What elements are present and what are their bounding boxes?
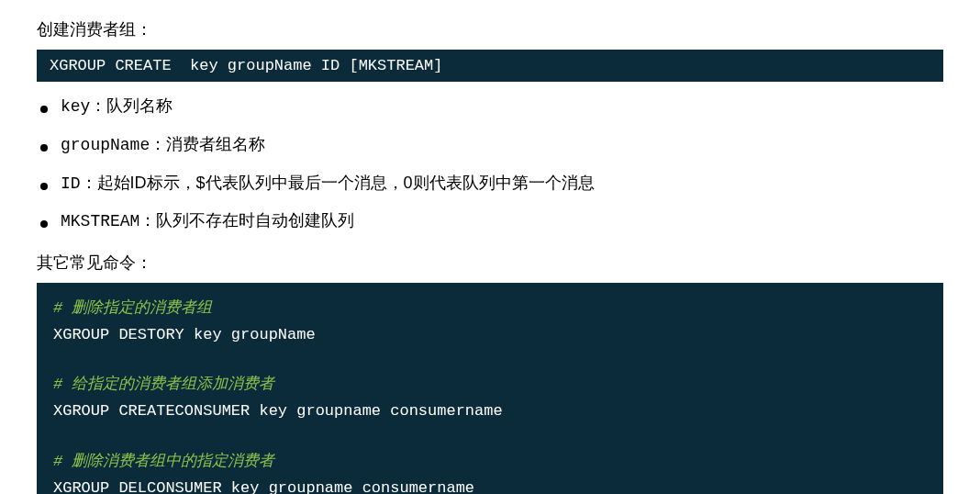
- heading-other-commands: 其它常见命令：: [37, 252, 943, 274]
- blank-line: [53, 425, 927, 449]
- code-line: XGROUP DESTORY key groupName: [53, 322, 927, 349]
- bullet-text: MKSTREAM：队列不存在时自动创建队列: [61, 208, 354, 235]
- bullet-item: MKSTREAM：队列不存在时自动创建队列: [37, 208, 943, 235]
- heading-create-group: 创建消费者组：: [37, 18, 943, 40]
- bullet-dot-icon: [40, 183, 48, 190]
- bullet-desc: 队列不存在时自动创建队列: [156, 211, 354, 230]
- bullet-text: key：队列名称: [61, 93, 173, 120]
- bullet-dot-icon: [40, 106, 48, 113]
- bullet-desc: 队列名称: [106, 96, 173, 115]
- blank-line: [53, 349, 927, 373]
- code-comment: # 删除指定的消费者组: [53, 296, 927, 322]
- bullet-label: MKSTREAM：: [61, 212, 156, 230]
- bullet-item: groupName：消费者组名称: [37, 131, 943, 159]
- bullet-dot-icon: [40, 220, 48, 228]
- bullet-label: groupName：: [61, 136, 166, 154]
- bullet-list: key：队列名称 groupName：消费者组名称 ID：起始ID标示，$代表队…: [37, 93, 943, 235]
- code-line: XGROUP CREATECONSUMER key groupname cons…: [53, 399, 927, 425]
- watermark: CSDN @studyForMokey: [788, 489, 929, 494]
- code-comment: # 给指定的消费者组添加消费者: [53, 372, 927, 399]
- bullet-desc: 消费者组名称: [166, 135, 265, 153]
- bullet-item: ID：起始ID标示，$代表队列中最后一个消息，0则代表队列中第一个消息: [37, 170, 943, 197]
- bullet-item: key：队列名称: [37, 93, 943, 120]
- bullet-dot-icon: [40, 144, 48, 152]
- bullet-text: ID：起始ID标示，$代表队列中最后一个消息，0则代表队列中第一个消息: [61, 170, 595, 197]
- code-block-create: XGROUP CREATE key groupName ID [MKSTREAM…: [37, 50, 943, 82]
- code-comment: # 删除消费者组中的指定消费者: [53, 449, 927, 476]
- code-block-other: # 删除指定的消费者组 XGROUP DESTORY key groupName…: [37, 283, 943, 494]
- bullet-text: groupName：消费者组名称: [61, 131, 265, 159]
- bullet-label: ID：: [61, 174, 97, 193]
- bullet-label: key：: [61, 97, 106, 116]
- bullet-desc: 起始ID标示，$代表队列中最后一个消息，0则代表队列中第一个消息: [97, 174, 595, 192]
